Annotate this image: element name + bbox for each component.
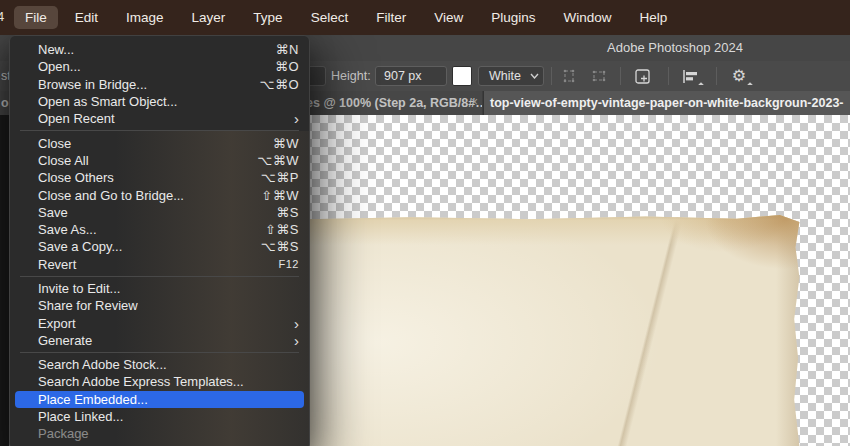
menu-item-open[interactable]: Open...⌘O <box>10 58 309 75</box>
menu-item-generate[interactable]: Generate› <box>10 332 309 349</box>
menubar-item-view[interactable]: View <box>423 6 474 29</box>
menu-item-open-as-smart-object[interactable]: Open as Smart Object... <box>10 93 309 110</box>
menu-item-browse-in-bridge[interactable]: Browse in Bridge...⌥⌘O <box>10 76 309 93</box>
add-artboard-icon[interactable] <box>633 67 653 85</box>
menu-item-save-a-copy[interactable]: Save a Copy...⌥⌘S <box>10 238 309 255</box>
tab-label: top-view-of-empty-vintage-paper-on-white… <box>490 96 844 110</box>
menubar: 4 File Edit Image Layer Type Select Filt… <box>0 0 850 35</box>
height-field-value: 907 px <box>384 69 422 83</box>
gear-icon[interactable]: ⚙ <box>729 67 749 85</box>
divider <box>551 67 552 85</box>
menubar-item-layer[interactable]: Layer <box>181 6 237 29</box>
menubar-item-help[interactable]: Help <box>628 6 678 29</box>
menubar-item-select[interactable]: Select <box>300 6 360 29</box>
tab-left-fragment: o <box>1 96 9 110</box>
menu-shadow-strip <box>0 115 9 446</box>
menu-item-package[interactable]: Package <box>10 425 309 442</box>
landscape-artboard-icon <box>589 67 609 85</box>
menu-item-save-as[interactable]: Save As...⇧⌘S <box>10 221 309 238</box>
artboard-background-value: White <box>489 69 521 83</box>
menu-separator <box>20 130 299 131</box>
menubar-item-file[interactable]: File <box>14 6 58 29</box>
artboard-background-dropdown[interactable]: White <box>478 66 544 86</box>
menu-item-share-for-review[interactable]: Share for Review <box>10 297 309 314</box>
menu-item-search-adobe-stock[interactable]: Search Adobe Stock... <box>10 356 309 373</box>
submenu-arrow-icon: › <box>294 333 299 348</box>
chevron-down-icon <box>530 73 539 79</box>
height-field-label: Height: <box>331 69 371 83</box>
divider <box>716 67 717 85</box>
menu-item-close[interactable]: Close⌘W <box>10 134 309 151</box>
menu-item-new[interactable]: New...⌘N <box>10 41 309 58</box>
artboard-background-swatch[interactable] <box>452 66 472 86</box>
submenu-arrow-icon: › <box>294 316 299 331</box>
flyout-triangle-icon <box>698 82 704 88</box>
menubar-item-window[interactable]: Window <box>552 6 622 29</box>
height-field[interactable]: 907 px <box>375 66 447 86</box>
menu-item-place-embedded[interactable]: Place Embedded... <box>15 391 304 408</box>
tab-label: es @ 100% (Step 2a, RGB/8#… <box>306 96 482 110</box>
menu-item-close-others[interactable]: Close Others⌥⌘P <box>10 169 309 186</box>
menu-item-revert[interactable]: RevertF12 <box>10 256 309 273</box>
menubar-edge-fragment: 4 <box>0 9 4 24</box>
portrait-artboard-icon <box>559 67 579 85</box>
menu-item-place-linked[interactable]: Place Linked... <box>10 408 309 425</box>
menubar-item-edit[interactable]: Edit <box>64 6 109 29</box>
app-title: Adobe Photoshop 2024 <box>575 40 775 55</box>
menu-item-close-and-go-to-bridge[interactable]: Close and Go to Bridge...⇧⌘W <box>10 186 309 203</box>
menu-item-save[interactable]: Save⌘S <box>10 204 309 221</box>
menubar-item-image[interactable]: Image <box>115 6 175 29</box>
divider <box>668 67 669 85</box>
menu-item-export[interactable]: Export› <box>10 314 309 331</box>
flyout-triangle-icon <box>747 82 753 88</box>
menu-item-close-all[interactable]: Close All⌥⌘W <box>10 152 309 169</box>
menubar-item-type[interactable]: Type <box>242 6 293 29</box>
divider <box>620 67 621 85</box>
menu-separator <box>20 276 299 277</box>
menu-item-open-recent[interactable]: Open Recent› <box>10 110 309 127</box>
menu-separator <box>20 352 299 353</box>
tab-vintage-paper-document[interactable]: top-view-of-empty-vintage-paper-on-white… <box>483 91 850 115</box>
menu-item-invite-to-edit[interactable]: Invite to Edit... <box>10 280 309 297</box>
menubar-item-filter[interactable]: Filter <box>365 6 417 29</box>
close-icon[interactable]: × <box>471 95 482 109</box>
menubar-item-plugins[interactable]: Plugins <box>480 6 546 29</box>
file-menu: New...⌘N Open...⌘O Browse in Bridge...⌥⌘… <box>9 35 310 446</box>
align-icon[interactable] <box>680 67 700 85</box>
submenu-arrow-icon: › <box>294 111 299 126</box>
menu-item-search-adobe-express-templates[interactable]: Search Adobe Express Templates... <box>10 373 309 390</box>
